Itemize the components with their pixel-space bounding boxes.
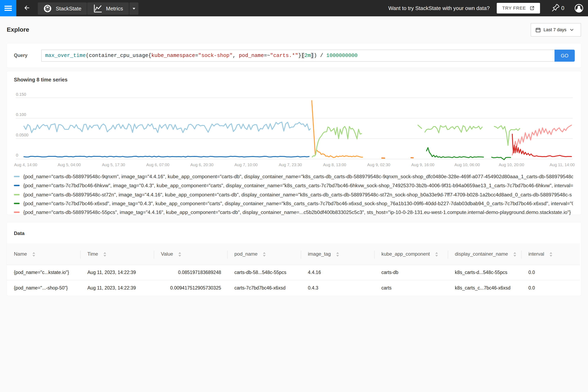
svg-text:0: 0 bbox=[16, 153, 18, 158]
svg-text:Aug 5, 17:30: Aug 5, 17:30 bbox=[102, 162, 125, 167]
svg-text:Aug 7, 10:00: Aug 7, 10:00 bbox=[234, 162, 258, 167]
svg-text:Aug 6, 07:00: Aug 6, 07:00 bbox=[146, 162, 169, 167]
svg-text:Aug 6, 20:30: Aug 6, 20:30 bbox=[190, 162, 213, 167]
svg-text:Aug 9, 02:30: Aug 9, 02:30 bbox=[367, 162, 390, 167]
svg-text:Aug 4, 14:00: Aug 4, 14:00 bbox=[14, 162, 37, 167]
svg-text:0.100: 0.100 bbox=[16, 112, 26, 117]
svg-text:Aug 9, 16:00: Aug 9, 16:00 bbox=[411, 162, 434, 167]
svg-text:Aug 10, 20:00: Aug 10, 20:00 bbox=[499, 162, 524, 167]
svg-text:Aug 8, 13:00: Aug 8, 13:00 bbox=[323, 162, 346, 167]
svg-text:0.0500: 0.0500 bbox=[16, 133, 28, 137]
svg-text:Aug 10, 06:00: Aug 10, 06:00 bbox=[454, 162, 480, 167]
svg-text:0.150: 0.150 bbox=[16, 92, 26, 96]
svg-text:Aug 5, 04:00: Aug 5, 04:00 bbox=[58, 162, 81, 167]
svg-text:Aug 11, 14:00: Aug 11, 14:00 bbox=[550, 162, 575, 167]
svg-text:Aug 7, 23:30: Aug 7, 23:30 bbox=[279, 162, 302, 167]
